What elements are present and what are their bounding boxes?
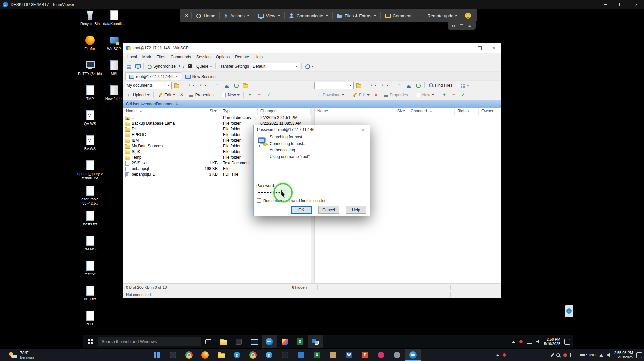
menu-item[interactable]: Help bbox=[252, 55, 265, 59]
menu-item[interactable]: Remote bbox=[232, 55, 252, 59]
file-explorer-icon[interactable] bbox=[213, 349, 229, 361]
session-close-button[interactable]: × bbox=[182, 9, 191, 22]
find-files-button[interactable]: Find Files bbox=[427, 82, 454, 89]
app-black-icon[interactable] bbox=[277, 349, 293, 361]
column-header[interactable]: Changed bbox=[258, 108, 311, 115]
desktop-icon[interactable]: Recycle Bin bbox=[77, 10, 103, 35]
menu-item[interactable]: Mark bbox=[140, 55, 154, 59]
remote-update-button[interactable]: Remote update bbox=[415, 9, 461, 22]
start-button[interactable] bbox=[149, 349, 165, 361]
select-toggle-button[interactable] bbox=[459, 91, 468, 99]
chrome-profile-icon[interactable] bbox=[245, 349, 261, 361]
chevron-up-icon[interactable] bbox=[468, 24, 471, 27]
properties-button[interactable]: Properties bbox=[381, 91, 410, 99]
internet-explorer-icon[interactable] bbox=[261, 349, 277, 361]
hidden-icons-chevron[interactable] bbox=[496, 353, 499, 356]
ok-button[interactable]: OK bbox=[291, 206, 312, 214]
volume-icon[interactable] bbox=[536, 340, 540, 344]
parent-directory-button[interactable] bbox=[213, 82, 222, 89]
files-extras-menu-button[interactable]: Files & Extras bbox=[333, 9, 380, 22]
language-indicator[interactable]: IND bbox=[589, 353, 596, 357]
edge-icon[interactable] bbox=[229, 349, 245, 361]
open-folder-button[interactable] bbox=[354, 82, 363, 89]
new-session-tab[interactable]: New Session bbox=[182, 72, 219, 80]
app-tan-icon[interactable] bbox=[325, 349, 341, 361]
tray-red-icon[interactable] bbox=[519, 340, 523, 343]
taskbar-search-input[interactable] bbox=[98, 337, 201, 346]
desktop-icon[interactable]: dataKuantit... bbox=[101, 10, 127, 35]
putty-icon[interactable] bbox=[246, 335, 262, 348]
desktop-icon[interactable]: PM MSI bbox=[77, 235, 103, 260]
close-button[interactable]: × bbox=[629, 0, 644, 9]
tab-close-icon[interactable]: × bbox=[175, 74, 178, 79]
desktop-icon[interactable]: alter_table 35~42.txt bbox=[77, 185, 103, 210]
open-folder-button[interactable] bbox=[172, 82, 181, 89]
column-header[interactable]: Owner bbox=[479, 108, 501, 115]
mic-muted-icon[interactable] bbox=[563, 353, 567, 357]
desktop-icon[interactable]: TMP bbox=[77, 85, 103, 110]
properties-button[interactable]: Properties bbox=[187, 91, 215, 99]
action-center-icon[interactable] bbox=[636, 352, 642, 358]
home-button[interactable]: Home bbox=[192, 9, 219, 22]
preset-options-button[interactable] bbox=[303, 63, 316, 70]
dialog-close-button[interactable]: × bbox=[356, 125, 370, 134]
desktop-icon[interactable]: BV.WS bbox=[77, 135, 103, 160]
select-add-button[interactable] bbox=[440, 91, 449, 99]
comment-button[interactable]: Comment bbox=[381, 9, 415, 22]
select-remove-button[interactable] bbox=[255, 91, 264, 99]
app-dark-icon[interactable] bbox=[165, 349, 181, 361]
chrome-icon[interactable] bbox=[181, 349, 197, 361]
touch-keyboard-icon[interactable] bbox=[570, 353, 576, 357]
delete-button[interactable] bbox=[372, 91, 381, 99]
remember-password-checkbox[interactable] bbox=[257, 198, 261, 203]
file-row[interactable]: .. Parent directory 2/7/2025 2:21:51 PM bbox=[123, 115, 311, 121]
column-header[interactable]: Size bbox=[186, 108, 220, 115]
hidden-icons-chevron[interactable] bbox=[512, 339, 515, 343]
back-button[interactable] bbox=[367, 82, 379, 89]
remote-directory-select[interactable] bbox=[314, 82, 354, 89]
teamviewer-icon[interactable] bbox=[405, 349, 421, 361]
menu-item[interactable]: Options bbox=[213, 55, 232, 59]
file-explorer-icon[interactable] bbox=[216, 335, 231, 348]
winscp-icon[interactable] bbox=[308, 335, 323, 348]
menu-item[interactable]: Files bbox=[154, 55, 168, 59]
desktop-icon[interactable]: NTT bbox=[77, 310, 103, 335]
path-bar[interactable]: C:\Users\vendor\Documents\ bbox=[123, 100, 501, 108]
refresh-button[interactable] bbox=[414, 82, 422, 89]
pen-icon[interactable] bbox=[551, 353, 554, 357]
console-button[interactable] bbox=[186, 63, 195, 70]
session-button[interactable] bbox=[133, 63, 142, 70]
teamviewer-side-tab[interactable]: ↔ bbox=[565, 305, 573, 317]
maximize-button[interactable] bbox=[613, 0, 629, 9]
powerpoint-icon[interactable] bbox=[357, 349, 373, 361]
app-gray-icon[interactable] bbox=[389, 349, 405, 361]
teamviewer-icon[interactable] bbox=[262, 335, 277, 348]
desktop-icon[interactable]: NTT.txt bbox=[77, 285, 103, 310]
back-button[interactable] bbox=[185, 82, 197, 89]
parent-directory-button[interactable] bbox=[395, 82, 404, 89]
home-directory-button[interactable] bbox=[222, 82, 231, 89]
app-blue-icon[interactable] bbox=[293, 349, 309, 361]
swap-panels-button[interactable] bbox=[177, 63, 186, 70]
hidden-count[interactable]: 6 hidden bbox=[290, 285, 317, 289]
upload-button[interactable]: Upload bbox=[125, 91, 151, 99]
queue-button[interactable]: Queue bbox=[195, 63, 214, 70]
local-drive-select[interactable]: My documents bbox=[125, 82, 172, 89]
view-menu-button[interactable]: View bbox=[254, 9, 284, 22]
excel-icon[interactable] bbox=[292, 335, 308, 348]
recording-indicator-icon[interactable] bbox=[503, 353, 506, 357]
magnifier-icon[interactable] bbox=[556, 353, 560, 357]
menu-item[interactable]: Session bbox=[194, 55, 213, 59]
download-button[interactable]: Download bbox=[314, 91, 346, 99]
column-header[interactable]: Name bbox=[315, 108, 381, 115]
delete-button[interactable] bbox=[178, 91, 186, 99]
app-magenta-icon[interactable] bbox=[373, 349, 389, 361]
task-view-button[interactable] bbox=[201, 335, 216, 348]
select-toggle-button[interactable] bbox=[264, 91, 273, 99]
new-button[interactable]: New bbox=[414, 91, 436, 99]
select-add-button[interactable] bbox=[246, 91, 254, 99]
layout-button[interactable] bbox=[125, 63, 133, 70]
app-dark-icon[interactable] bbox=[231, 335, 246, 348]
volume-icon[interactable] bbox=[607, 353, 611, 357]
folder-tree-button[interactable] bbox=[241, 82, 250, 89]
